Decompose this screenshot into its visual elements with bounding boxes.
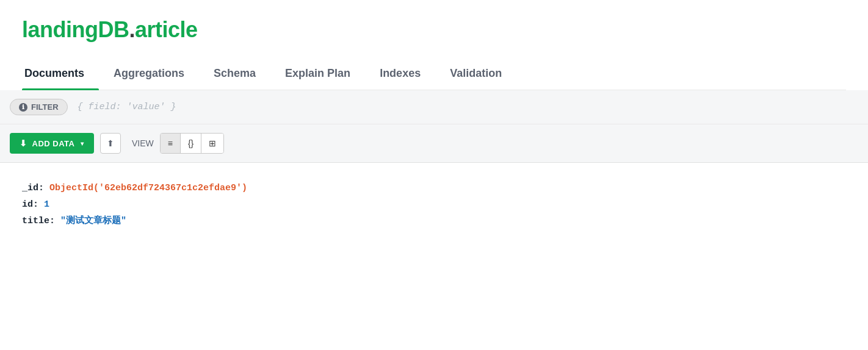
document-line-id: _id: ObjectId('62eb62df724367c1c2efdae9'… xyxy=(22,180,846,196)
grid-icon: ⊞ xyxy=(209,138,216,148)
view-buttons-group: ≡ {} ⊞ xyxy=(160,133,225,154)
num-field-value: 1 xyxy=(44,199,49,210)
title-field-key: title: xyxy=(22,216,55,226)
document-line-num: id: 1 xyxy=(22,196,846,213)
export-button[interactable]: ⬆ xyxy=(100,133,121,154)
collection-name: article xyxy=(135,17,198,42)
tab-explain-plan[interactable]: Explain Plan xyxy=(283,60,365,90)
page-title: landingDB.article xyxy=(22,17,846,43)
export-icon: ⬆ xyxy=(107,138,114,148)
view-label: VIEW xyxy=(132,138,154,148)
chevron-down-icon: ▾ xyxy=(81,140,84,147)
id-field-value: ObjectId('62eb62df724367c1c2efdae9') xyxy=(49,183,247,193)
tab-documents[interactable]: Documents xyxy=(22,60,99,90)
add-data-label: ADD DATA xyxy=(32,139,75,148)
toolbar: ⬇ ADD DATA ▾ ⬆ VIEW ≡ {} ⊞ xyxy=(0,124,868,163)
list-icon: ≡ xyxy=(168,138,173,148)
list-view-button[interactable]: ≡ xyxy=(161,134,181,153)
json-view-button[interactable]: {} xyxy=(181,134,201,153)
filter-button[interactable]: ℹ FILTER xyxy=(10,99,68,115)
tab-indexes[interactable]: Indexes xyxy=(377,60,435,90)
id-field-key: _id: xyxy=(22,183,44,193)
filter-bar: ℹ FILTER { field: 'value' } xyxy=(0,90,868,124)
download-icon: ⬇ xyxy=(20,138,27,148)
document-line-title: title: "测试文章标题" xyxy=(22,213,846,229)
tabs-container: Documents Aggregations Schema Explain Pl… xyxy=(22,60,846,90)
title-field-value: "测试文章标题" xyxy=(60,216,126,226)
tab-validation[interactable]: Validation xyxy=(447,60,516,90)
filter-input-placeholder[interactable]: { field: 'value' } xyxy=(78,102,176,112)
separator: . xyxy=(129,17,135,42)
db-name: landingDB xyxy=(22,17,129,42)
filter-label: FILTER xyxy=(31,102,59,112)
tab-aggregations[interactable]: Aggregations xyxy=(111,60,199,90)
document-area: _id: ObjectId('62eb62df724367c1c2efdae9'… xyxy=(0,163,868,246)
tab-schema[interactable]: Schema xyxy=(211,60,270,90)
braces-icon: {} xyxy=(188,138,193,148)
num-field-key: id: xyxy=(22,199,38,210)
info-icon: ℹ xyxy=(19,103,27,112)
table-view-button[interactable]: ⊞ xyxy=(201,134,223,153)
add-data-button[interactable]: ⬇ ADD DATA ▾ xyxy=(10,133,94,154)
